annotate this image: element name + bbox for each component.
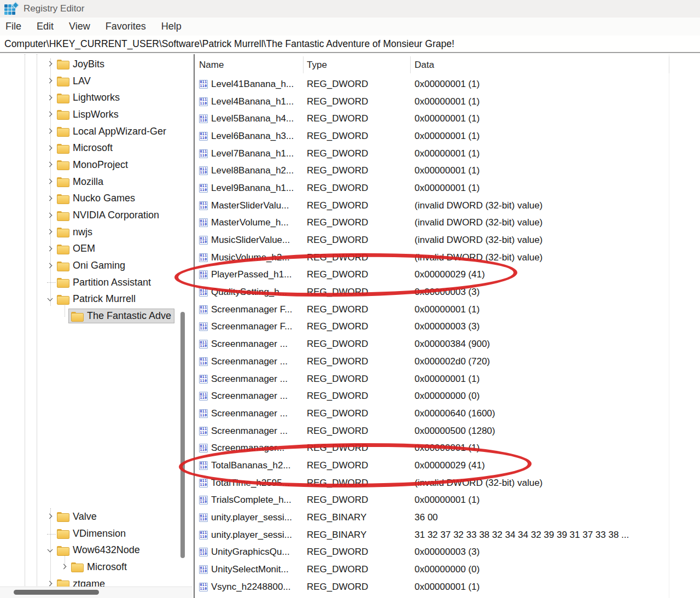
registry-value-row[interactable]: Level4Banana_h1... REG_DWORD 0x00000001 … (195, 93, 700, 111)
registry-value-row[interactable]: Vsync_h2248800... REG_DWORD 0x00000001 (… (195, 578, 700, 596)
chevron-icon[interactable] (46, 110, 55, 119)
tree-item[interactable]: NVIDIA Corporation (0, 207, 194, 224)
chevron-icon[interactable] (46, 94, 55, 102)
registry-value-row[interactable]: Screenmanager ... REG_DWORD 0x00000000 (… (195, 387, 700, 405)
tree-item[interactable]: Oni Gaming (0, 257, 194, 274)
chevron-icon[interactable] (46, 295, 55, 304)
column-divider[interactable] (669, 56, 669, 73)
registry-value-row[interactable]: Screenmanager ... REG_DWORD 0x000002d0 (… (195, 353, 700, 370)
value-name: Screenmanager F... (211, 321, 292, 332)
registry-value-row[interactable]: Screenmanager F... REG_DWORD 0x00000001 … (195, 301, 700, 318)
menu-item[interactable]: File (5, 21, 21, 32)
registry-value-row[interactable]: Screenmanager ... REG_DWORD 0x00000640 (… (195, 405, 700, 422)
folder-icon (57, 77, 68, 85)
registry-value-row[interactable]: Level9Banana_h1... REG_DWORD 0x00000001 … (195, 179, 700, 197)
chevron-icon[interactable] (60, 312, 69, 321)
value-name: Screenmanager ... (211, 426, 288, 437)
chevron-icon[interactable] (46, 245, 55, 253)
chevron-icon[interactable] (46, 160, 55, 169)
column-header-data[interactable]: Data (410, 60, 700, 71)
chevron-icon[interactable] (46, 512, 55, 521)
chevron-icon[interactable] (46, 546, 55, 555)
registry-value-row[interactable]: MusicSliderValue... REG_DWORD (invalid D… (195, 231, 700, 249)
tree-item[interactable]: OEM (0, 241, 194, 258)
tree-item[interactable]: JoyBits (0, 56, 194, 73)
chevron-icon[interactable] (46, 529, 55, 538)
menu-item[interactable]: View (69, 21, 90, 32)
folder-icon (57, 94, 68, 102)
chevron-icon[interactable] (46, 177, 55, 186)
registry-value-icon (199, 340, 208, 349)
value-name: Level4Banana_h1... (211, 96, 294, 107)
registry-value-row[interactable]: TrialsComplete_h... REG_DWORD 0x00000001… (195, 492, 700, 509)
registry-value-row[interactable]: UnityGraphicsQu... REG_DWORD 0x00000003 … (195, 544, 700, 561)
value-name: UnitySelectMonit... (211, 564, 289, 575)
tree-item[interactable]: nwjs (0, 224, 194, 241)
tree-vertical-scrollbar[interactable] (180, 312, 185, 558)
chevron-icon[interactable] (46, 228, 55, 236)
tree-horizontal-scrollbar-track[interactable] (0, 587, 192, 598)
registry-value-row[interactable]: QualitySetting_h... REG_DWORD 0x00000003… (195, 283, 700, 301)
value-name: Screenmanager... (211, 443, 284, 454)
column-divider[interactable] (410, 56, 411, 73)
registry-value-row[interactable]: Screenmanager F... REG_DWORD 0x00000003 … (195, 318, 700, 336)
registry-value-row[interactable]: MasterVolume_h... REG_DWORD (invalid DWO… (195, 214, 700, 232)
chevron-icon[interactable] (46, 278, 55, 287)
registry-value-row[interactable]: Level6Banana_h3... REG_DWORD 0x00000001 … (195, 127, 700, 145)
registry-value-row[interactable]: UnitySelectMonit... REG_DWORD 0x00000000… (195, 561, 700, 578)
registry-value-row[interactable]: Level41Banana_h... REG_DWORD 0x00000001 … (195, 76, 700, 93)
tree-item[interactable]: Microsoft (0, 559, 194, 576)
chevron-icon[interactable] (46, 127, 55, 136)
registry-value-row[interactable]: TotalBananas_h2... REG_DWORD 0x00000029 … (195, 457, 700, 474)
tree-item[interactable]: Patrick Murrell (0, 291, 194, 308)
tree-item[interactable]: Partition Assistant (0, 274, 194, 291)
folder-icon (57, 295, 68, 304)
tree-horizontal-scrollbar[interactable] (14, 590, 99, 595)
tree-item[interactable]: Valve (0, 508, 194, 525)
column-header-name[interactable]: Name (195, 60, 303, 71)
column-header-type[interactable]: Type (303, 60, 410, 71)
tree-item[interactable]: VDimension (0, 525, 194, 542)
menu-item[interactable]: Favorites (106, 21, 146, 32)
chevron-icon[interactable] (46, 194, 55, 203)
tree-item[interactable]: LAV (0, 73, 194, 90)
registry-value-row[interactable]: Screenmanager ... REG_DWORD 0x00000500 (… (195, 422, 700, 440)
registry-path: Computer\HKEY_CURRENT_USER\Software\Patr… (4, 38, 454, 50)
address-bar[interactable]: Computer\HKEY_CURRENT_USER\Software\Patr… (0, 36, 700, 53)
chevron-icon[interactable] (60, 562, 69, 571)
registry-value-row[interactable]: Screenmanager ... REG_DWORD 0x00000384 (… (195, 335, 700, 353)
tree-item[interactable]: The Fantastic Adve (0, 307, 194, 324)
registry-value-row[interactable]: Level8Banana_h2... REG_DWORD 0x00000001 … (195, 162, 700, 179)
tree-item[interactable]: Mozilla (0, 173, 194, 190)
registry-value-row[interactable]: unity.player_sessi... REG_BINARY 36 00 (195, 509, 700, 526)
column-divider[interactable] (303, 56, 304, 73)
chevron-icon[interactable] (46, 211, 55, 220)
chevron-icon[interactable] (46, 77, 55, 85)
registry-value-row[interactable]: TotalTime_h2595... REG_DWORD (invalid DW… (195, 474, 700, 492)
registry-value-row[interactable]: unity.player_sessi... REG_BINARY 31 32 3… (195, 526, 700, 544)
folder-icon (57, 228, 68, 236)
tree-item[interactable]: MonoProject (0, 156, 194, 173)
tree-item[interactable]: Microsoft (0, 140, 194, 156)
chevron-icon[interactable] (46, 60, 55, 68)
tree-item[interactable]: LispWorks (0, 106, 194, 123)
registry-value-row[interactable]: MusicVolume_h2... REG_DWORD (invalid DWO… (195, 249, 700, 266)
window-title: Registry Editor (24, 3, 84, 14)
menu-item[interactable]: Help (161, 21, 182, 32)
chevron-icon[interactable] (46, 262, 55, 270)
registry-value-row[interactable]: PlayerPassed_h1... REG_DWORD 0x00000029 … (195, 266, 700, 284)
tree-item[interactable]: Local AppWizard-Ger (0, 123, 194, 140)
tree-item[interactable]: Lightworks (0, 89, 194, 106)
tree-item-label: Microsoft (87, 561, 127, 573)
registry-value-row[interactable]: Screenmanager... REG_DWORD 0x00000001 (1… (195, 439, 700, 457)
tree-item[interactable]: Nucko Games (0, 190, 194, 207)
tree-item[interactable]: Wow6432Node (0, 542, 194, 559)
registry-value-row[interactable]: Level7Banana_h1... REG_DWORD 0x00000001 … (195, 145, 700, 162)
value-name: Screenmanager ... (211, 356, 288, 367)
registry-value-row[interactable]: Level5Banana_h4... REG_DWORD 0x00000001 … (195, 110, 700, 127)
registry-value-row[interactable]: MasterSliderValu... REG_DWORD (invalid D… (195, 197, 700, 214)
registry-value-row[interactable]: Screenmanager ... REG_DWORD 0x00000001 (… (195, 370, 700, 388)
value-name: Vsync_h2248800... (211, 582, 291, 593)
chevron-icon[interactable] (46, 144, 55, 153)
menu-item[interactable]: Edit (37, 21, 54, 32)
